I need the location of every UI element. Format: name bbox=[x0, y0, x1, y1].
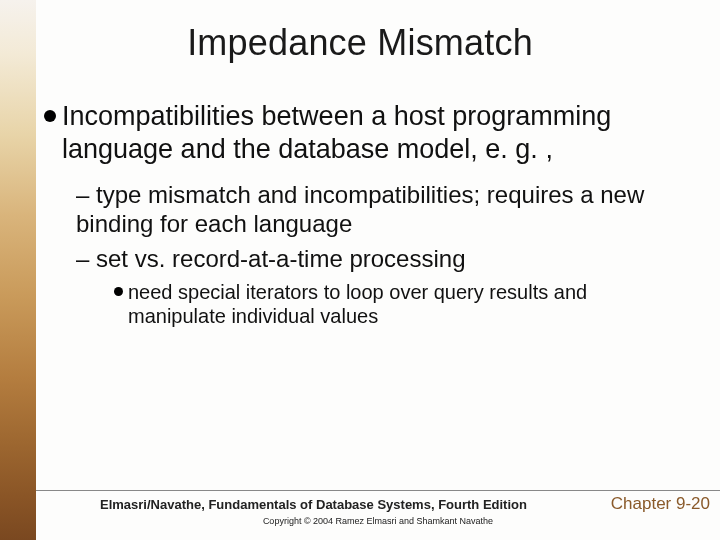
footer-row: Elmasri/Navathe, Fundamentals of Databas… bbox=[36, 494, 720, 514]
book-title: Elmasri/Navathe, Fundamentals of Databas… bbox=[100, 497, 527, 512]
slide-footer: Elmasri/Navathe, Fundamentals of Databas… bbox=[36, 490, 720, 526]
bullet-text: need special iterators to loop over quer… bbox=[128, 280, 680, 329]
chapter-label: Chapter 9-20 bbox=[611, 494, 710, 514]
copyright-text: Copyright © 2004 Ramez Elmasri and Shamk… bbox=[36, 516, 720, 526]
bullet-level3: need special iterators to loop over quer… bbox=[114, 280, 680, 329]
disc-bullet-icon bbox=[44, 110, 56, 122]
bullet-level2: type mismatch and incompatibilities; req… bbox=[76, 180, 680, 239]
slide: Impedance Mismatch Incompatibilities bet… bbox=[0, 0, 720, 540]
disc-bullet-icon bbox=[114, 287, 123, 296]
slide-title: Impedance Mismatch bbox=[0, 22, 720, 64]
bullet-text: Incompatibilities between a host program… bbox=[62, 100, 680, 166]
footer-divider bbox=[36, 490, 720, 491]
bullet-level2: set vs. record-at-a-time processing bbox=[76, 244, 680, 273]
bullet-level1: Incompatibilities between a host program… bbox=[44, 100, 680, 166]
slide-content: Incompatibilities between a host program… bbox=[0, 100, 720, 328]
